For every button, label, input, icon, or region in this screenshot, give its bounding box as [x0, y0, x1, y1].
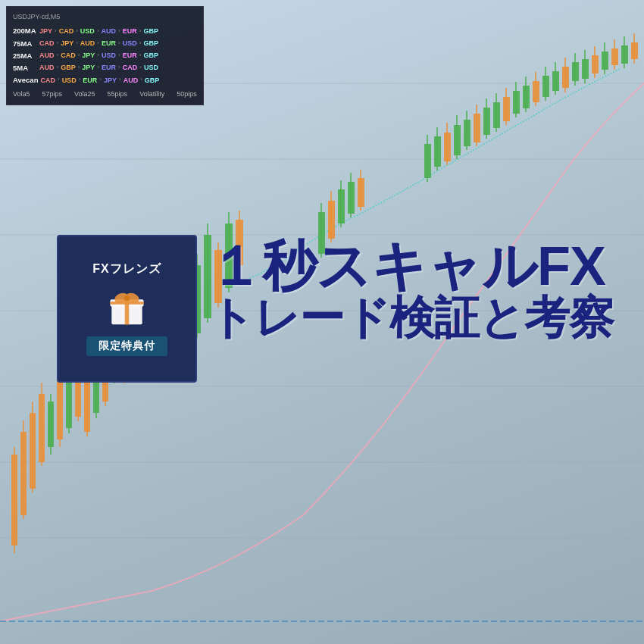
ma-5-label: 5MA: [13, 62, 37, 73]
svg-rect-105: [111, 302, 144, 305]
vola5-value: 57pips: [42, 89, 63, 99]
avecan-row: Avecan CAD › USD › EUR › JPY › AUD › GBP: [13, 74, 197, 86]
main-heading: １秒スキャルFX トレード検証と考察: [208, 239, 614, 343]
info-panel: USDJPY-cd,M5 200MA JPY › CAD › USD › AUD…: [6, 6, 204, 105]
chart-symbol: USDJPY-cd,M5: [13, 11, 197, 22]
vola25-label: Vola25: [74, 89, 95, 99]
ma-25-label: 25MA: [13, 50, 37, 61]
stats-row: Vola5 57pips Vola25 55pips Volatility 50…: [13, 89, 197, 99]
gift-icon: [105, 283, 150, 329]
ma-25-row: 25MA AUD › CAD › JPY › USD › EUR › GBP: [13, 50, 197, 61]
vola5-label: Vola5: [13, 89, 30, 99]
ma-200-row: 200MA JPY › CAD › USD › AUD › EUR › GBP: [13, 25, 197, 36]
ma-200-label: 200MA: [13, 25, 37, 36]
heading-line1: １秒スキャルFX: [208, 239, 614, 293]
overlay-brand: FXフレンズ: [92, 261, 161, 277]
ma-75-label: 75MA: [13, 38, 37, 49]
vola25-value: 55pips: [108, 89, 128, 99]
chart-container: USDJPY-cd,M5 200MA JPY › CAD › USD › AUD…: [0, 0, 644, 644]
svg-point-108: [124, 295, 130, 300]
volatility-label: Volatility: [139, 89, 164, 99]
overlay-box: FXフレンズ 限定特典付: [57, 235, 197, 383]
avecan-label: Avecan: [13, 74, 38, 86]
ma-75-row: 75MA CAD › JPY › AUD › EUR › USD › GBP: [13, 38, 197, 49]
volatility-value: 50pips: [177, 89, 197, 99]
ma-5-row: 5MA AUD › GBP › JPY › EUR › CAD › USD: [13, 62, 197, 73]
heading-line2: トレード検証と考察: [208, 293, 614, 343]
overlay-label: 限定特典付: [86, 336, 167, 356]
